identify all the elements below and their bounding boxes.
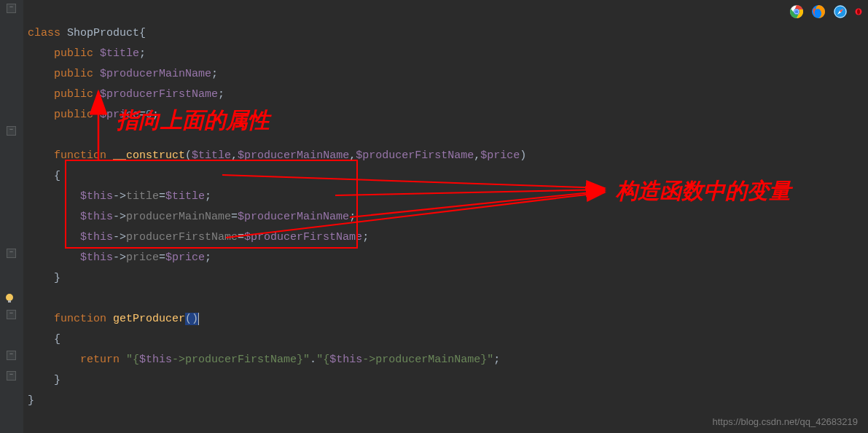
browser-icons-toolbar xyxy=(789,4,862,19)
line-9: $this->title=$title; xyxy=(28,190,211,203)
line-6 xyxy=(28,129,34,141)
fold-class-end-icon[interactable]: − xyxy=(7,371,16,381)
line-17: return "{$this->producerFirstName}"."{$t… xyxy=(28,354,500,366)
code-editor[interactable]: class ShopProduct{ public $title; public… xyxy=(23,0,868,411)
line-5: public $price=0; xyxy=(28,109,159,121)
opera-icon[interactable] xyxy=(855,4,862,19)
intention-bulb-icon[interactable] xyxy=(4,293,15,303)
line-2: public $title; xyxy=(28,47,146,60)
line-11: $this->producerFirstName=$producerFirstN… xyxy=(28,231,369,243)
line-15: function getProducer() xyxy=(28,313,199,325)
safari-icon[interactable] xyxy=(833,4,848,19)
svg-point-0 xyxy=(6,294,13,301)
line-13: } xyxy=(28,272,60,284)
svg-point-6 xyxy=(795,10,799,14)
line-19: } xyxy=(28,394,34,407)
svg-rect-1 xyxy=(8,300,11,303)
line-12: $this->price=$price; xyxy=(28,251,211,264)
svg-point-11 xyxy=(857,9,860,15)
line-4: public $producerFirstName; xyxy=(28,88,224,101)
fold-getproducer-icon[interactable]: − xyxy=(7,310,16,319)
line-8: { xyxy=(28,170,60,182)
firefox-icon[interactable] xyxy=(811,4,826,19)
line-3: public $producerMainName; xyxy=(28,68,218,80)
line-7: function __construct($title,$producerMai… xyxy=(28,149,526,162)
fold-class-icon[interactable]: − xyxy=(7,4,16,13)
line-10: $this->producerMainName=$producerMainNam… xyxy=(28,211,356,223)
line-1: class ShopProduct{ xyxy=(28,27,146,39)
fold-construct-icon[interactable]: − xyxy=(7,126,16,136)
line-14 xyxy=(28,292,34,305)
gutter: − − − − − − xyxy=(0,0,23,433)
fold-construct-end-icon[interactable]: − xyxy=(7,249,16,258)
line-18: } xyxy=(28,374,60,386)
fold-getproducer-end-icon[interactable]: − xyxy=(7,351,16,360)
line-16: { xyxy=(28,333,60,346)
watermark: https://blog.csdn.net/qq_42683219 xyxy=(713,416,859,427)
chrome-icon[interactable] xyxy=(789,4,804,19)
